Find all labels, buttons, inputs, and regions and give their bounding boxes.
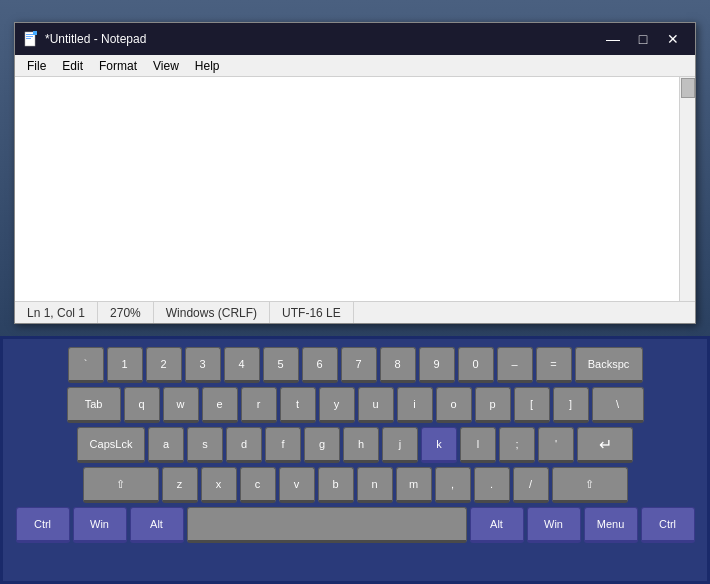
key-period[interactable]: .: [474, 467, 510, 503]
menu-bar: File Edit Format View Help: [15, 55, 695, 77]
key-quote[interactable]: ': [538, 427, 574, 463]
key-ctrl-right[interactable]: Ctrl: [641, 507, 695, 543]
key-backspace[interactable]: Backspc: [575, 347, 643, 383]
key-enter[interactable]: ↵: [577, 427, 633, 463]
key-o[interactable]: o: [436, 387, 472, 423]
vertical-scrollbar[interactable]: [679, 77, 695, 301]
key-alt-left[interactable]: Alt: [130, 507, 184, 543]
notepad-icon: [23, 31, 39, 47]
key-space[interactable]: [187, 507, 467, 543]
key-win-left[interactable]: Win: [73, 507, 127, 543]
close-button[interactable]: ✕: [659, 29, 687, 49]
key-j[interactable]: j: [382, 427, 418, 463]
keyboard-row-4: ⇧ z x c v b n m , . / ⇧: [9, 467, 701, 503]
key-4[interactable]: 4: [224, 347, 260, 383]
window-controls: — □ ✕: [599, 29, 687, 49]
window-title: *Untitled - Notepad: [45, 32, 599, 46]
key-backtick[interactable]: `: [68, 347, 104, 383]
status-bar: Ln 1, Col 1 270% Windows (CRLF) UTF-16 L…: [15, 301, 695, 323]
key-m[interactable]: m: [396, 467, 432, 503]
menu-file[interactable]: File: [19, 57, 54, 75]
key-menu[interactable]: Menu: [584, 507, 638, 543]
key-7[interactable]: 7: [341, 347, 377, 383]
key-backslash[interactable]: \: [592, 387, 644, 423]
key-5[interactable]: 5: [263, 347, 299, 383]
key-c[interactable]: c: [240, 467, 276, 503]
key-w[interactable]: w: [163, 387, 199, 423]
key-a[interactable]: a: [148, 427, 184, 463]
key-equals[interactable]: =: [536, 347, 572, 383]
key-2[interactable]: 2: [146, 347, 182, 383]
key-d[interactable]: d: [226, 427, 262, 463]
key-alt-right[interactable]: Alt: [470, 507, 524, 543]
key-3[interactable]: 3: [185, 347, 221, 383]
key-f[interactable]: f: [265, 427, 301, 463]
keyboard-row-1: ` 1 2 3 4 5 6 7 8 9 0 – = Backspc: [9, 347, 701, 383]
key-y[interactable]: y: [319, 387, 355, 423]
key-capslock[interactable]: CapsLck: [77, 427, 145, 463]
key-rbracket[interactable]: ]: [553, 387, 589, 423]
keyboard-row-2: Tab q w e r t y u i o p [ ] \: [9, 387, 701, 423]
menu-edit[interactable]: Edit: [54, 57, 91, 75]
svg-rect-2: [26, 36, 33, 37]
maximize-button[interactable]: □: [629, 29, 657, 49]
keyboard: ` 1 2 3 4 5 6 7 8 9 0 – = Backspc Tab q …: [0, 336, 710, 584]
key-semicolon[interactable]: ;: [499, 427, 535, 463]
key-comma[interactable]: ,: [435, 467, 471, 503]
key-k[interactable]: k: [421, 427, 457, 463]
key-shift-right[interactable]: ⇧: [552, 467, 628, 503]
key-minus[interactable]: –: [497, 347, 533, 383]
key-slash[interactable]: /: [513, 467, 549, 503]
svg-rect-1: [26, 34, 33, 35]
key-z[interactable]: z: [162, 467, 198, 503]
line-ending: Windows (CRLF): [154, 302, 270, 323]
key-8[interactable]: 8: [380, 347, 416, 383]
text-editor[interactable]: [15, 77, 679, 301]
menu-format[interactable]: Format: [91, 57, 145, 75]
key-l[interactable]: l: [460, 427, 496, 463]
key-t[interactable]: t: [280, 387, 316, 423]
key-1[interactable]: 1: [107, 347, 143, 383]
keyboard-row-3: CapsLck a s d f g h j k l ; ' ↵: [9, 427, 701, 463]
key-b[interactable]: b: [318, 467, 354, 503]
title-bar: *Untitled - Notepad — □ ✕: [15, 23, 695, 55]
scrollbar-thumb[interactable]: [681, 78, 695, 98]
svg-rect-4: [33, 31, 37, 35]
key-9[interactable]: 9: [419, 347, 455, 383]
key-s[interactable]: s: [187, 427, 223, 463]
key-q[interactable]: q: [124, 387, 160, 423]
key-ctrl-left[interactable]: Ctrl: [16, 507, 70, 543]
key-n[interactable]: n: [357, 467, 393, 503]
menu-help[interactable]: Help: [187, 57, 228, 75]
menu-view[interactable]: View: [145, 57, 187, 75]
key-0[interactable]: 0: [458, 347, 494, 383]
keyboard-row-5: Ctrl Win Alt Alt Win Menu Ctrl: [9, 507, 701, 543]
minimize-button[interactable]: —: [599, 29, 627, 49]
key-6[interactable]: 6: [302, 347, 338, 383]
key-lbracket[interactable]: [: [514, 387, 550, 423]
key-win-right[interactable]: Win: [527, 507, 581, 543]
key-tab[interactable]: Tab: [67, 387, 121, 423]
key-u[interactable]: u: [358, 387, 394, 423]
key-shift-left[interactable]: ⇧: [83, 467, 159, 503]
key-g[interactable]: g: [304, 427, 340, 463]
key-x[interactable]: x: [201, 467, 237, 503]
cursor-position: Ln 1, Col 1: [15, 302, 98, 323]
key-e[interactable]: e: [202, 387, 238, 423]
key-p[interactable]: p: [475, 387, 511, 423]
key-r[interactable]: r: [241, 387, 277, 423]
svg-rect-3: [26, 38, 31, 39]
key-h[interactable]: h: [343, 427, 379, 463]
key-v[interactable]: v: [279, 467, 315, 503]
key-i[interactable]: i: [397, 387, 433, 423]
notepad-window: *Untitled - Notepad — □ ✕ File Edit Form…: [14, 22, 696, 324]
text-area-container: [15, 77, 695, 301]
encoding: UTF-16 LE: [270, 302, 354, 323]
zoom-level: 270%: [98, 302, 154, 323]
